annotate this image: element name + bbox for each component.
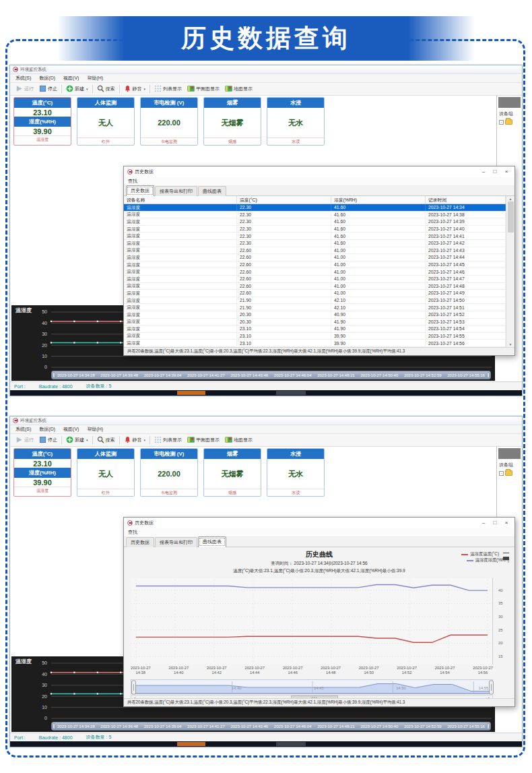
x-tick-label: 2023-10-2714:50 (359, 666, 379, 675)
sensor-card-2: 市电检测 (V)220.00市电监测 (140, 97, 198, 146)
chart-menu-icon[interactable] (503, 553, 509, 557)
maximize-button[interactable]: □ (490, 518, 500, 528)
table-row[interactable]: 温湿度23.1041.902023-10-27 14:54 (124, 326, 506, 333)
table-row[interactable]: 温湿度22.6041.002023-10-27 14:45 (124, 261, 506, 269)
scrollbar-handle-right[interactable] (487, 723, 490, 729)
table-vertical-scrollbar[interactable]: ▲ ▼ (506, 196, 514, 347)
tab-历史数据[interactable]: 历史数据 (126, 537, 154, 547)
scroll-up-icon[interactable]: ▲ (509, 197, 512, 201)
play-icon (15, 436, 23, 444)
table-row[interactable]: 温湿度22.3041.602023-10-27 14:39 (124, 218, 506, 226)
table-cell: 20.30 (237, 319, 331, 326)
toolbar-button-平面图显示[interactable]: 平面图显示 (185, 436, 222, 444)
table-row[interactable]: 温湿度22.3041.602023-10-27 14:40 (124, 226, 506, 233)
chevron-down-icon[interactable]: ▾ (144, 87, 146, 91)
scroll-left-icon[interactable]: ◄ (131, 696, 137, 699)
device-tree-item[interactable]: - (497, 468, 522, 476)
table-row[interactable]: 温湿度22.6041.002023-10-27 14:49 (124, 290, 506, 297)
chevron-down-icon[interactable]: ▾ (86, 438, 88, 442)
trend-time-scrollbar[interactable]: 2023-10-27 14:34:282023-10-27 14:36:4820… (51, 722, 491, 731)
toolbar-button-停止[interactable]: 停止 (36, 436, 60, 444)
toolbar-button-新建[interactable]: 新建▾ (63, 85, 91, 93)
table-row[interactable]: 温湿度21.9042.102023-10-27 14:50 (124, 297, 506, 305)
maximize-button[interactable]: □ (490, 167, 500, 177)
menu-item-3[interactable]: 帮助(H) (87, 426, 103, 433)
toolbar-button-静音[interactable]: 静音▾ (121, 85, 149, 93)
table-row[interactable]: 温湿度23.1039.902023-10-27 14:56 (124, 340, 506, 347)
table-row[interactable]: 温湿度22.3041.602023-10-27 14:34 (124, 204, 506, 212)
toolbar-button-列表显示[interactable]: 列表显示 (152, 436, 185, 444)
table-row[interactable]: 温湿度21.9042.102023-10-27 14:51 (124, 304, 506, 311)
find-menu-item[interactable]: 查找 (128, 178, 137, 185)
table-row[interactable]: 温湿度22.6041.002023-10-27 14:44 (124, 254, 506, 261)
menu-item-0[interactable]: 系统(S) (15, 426, 31, 433)
close-button[interactable]: × (502, 167, 511, 177)
close-button[interactable]: × (502, 518, 511, 528)
table-cell: 温湿度 (124, 254, 237, 261)
chevron-down-icon[interactable]: ▾ (144, 438, 146, 442)
toolbar-label: 搜索 (106, 86, 115, 92)
tab-历史数据[interactable]: 历史数据 (126, 185, 154, 196)
app-logo-icon (13, 418, 18, 423)
menu-item-1[interactable]: 数据(D) (39, 426, 55, 433)
toolbar-label: 停止 (48, 437, 57, 443)
page-banner: 历史数据查询 (57, 16, 475, 61)
toolbar-button-停止[interactable]: 停止 (36, 85, 60, 93)
hscroll-thumb[interactable] (291, 695, 338, 698)
table-row[interactable]: 温湿度23.1039.902023-10-27 14:55 (124, 333, 506, 340)
find-menu-item[interactable]: 查找 (128, 529, 137, 536)
minimize-button[interactable]: – (479, 518, 488, 528)
toolbar-button-新建[interactable]: 新建▾ (63, 436, 91, 444)
table-row[interactable]: 温湿度22.6041.002023-10-27 14:48 (124, 283, 506, 290)
tab-报表导出和打印[interactable]: 报表导出和打印 (155, 537, 197, 547)
table-row[interactable]: 温湿度22.6041.002023-10-27 14:46 (124, 268, 506, 276)
card-header: 烟雾 (204, 449, 261, 459)
toolbar-button-列表显示[interactable]: 列表显示 (152, 85, 185, 93)
scrollbar-thumb[interactable] (508, 202, 514, 233)
scrollbar-handle-right[interactable] (487, 372, 490, 378)
card-footer: 温湿度 (14, 135, 71, 143)
tab-曲线图表[interactable]: 曲线图表 (198, 536, 226, 547)
device-group-label: 设备组 (497, 459, 522, 468)
table-cell: 2023-10-27 14:45 (426, 261, 506, 268)
chart-navigator[interactable] (131, 679, 493, 694)
scroll-down-icon[interactable]: ▼ (509, 342, 512, 346)
toolbar-button-搜索[interactable]: 搜索 (94, 85, 118, 93)
chevron-down-icon[interactable]: ▾ (86, 87, 88, 91)
minimize-button[interactable]: – (479, 167, 488, 177)
status-bar: Port : Baudrate : 4800 设备数量 : 5 (10, 733, 522, 741)
menu-item-1[interactable]: 数据(D) (39, 75, 55, 82)
trend-time-scrollbar[interactable]: 2023-10-27 14:34:282023-10-27 14:36:4820… (51, 371, 491, 379)
tab-报表导出和打印[interactable]: 报表导出和打印 (155, 186, 197, 196)
toolbar-button-搜索[interactable]: 搜索 (94, 436, 118, 444)
table-row[interactable]: 温湿度22.6041.002023-10-27 14:43 (124, 247, 506, 255)
menu-item-3[interactable]: 帮助(H) (87, 75, 103, 82)
tree-expander-icon[interactable]: - (499, 471, 504, 476)
table-row[interactable]: 温湿度22.3041.602023-10-27 14:38 (124, 212, 506, 219)
legend-item: 温湿度温度(°C) (461, 551, 509, 557)
scroll-right-icon[interactable]: ► (486, 696, 492, 699)
tab-曲线图表[interactable]: 曲线图表 (198, 186, 226, 196)
table-cell: 温湿度 (124, 283, 237, 290)
plus-icon (66, 436, 73, 444)
toolbar-button-地图显示[interactable]: 地图显示 (222, 436, 255, 444)
toolbar-button-平面图显示[interactable]: 平面图显示 (185, 85, 222, 93)
x-tick-label: 2023-10-2714:38 (131, 666, 151, 675)
scrollbar-handle-left[interactable] (53, 723, 55, 729)
table-row[interactable]: 温湿度22.6041.002023-10-27 14:47 (124, 276, 506, 283)
menu-item-2[interactable]: 视图(V) (63, 426, 79, 433)
device-tree-item[interactable]: - (497, 117, 522, 125)
menu-item-0[interactable]: 系统(S) (15, 75, 31, 82)
scrollbar-handle-left[interactable] (53, 372, 55, 378)
table-row[interactable]: 温湿度20.3041.902023-10-27 14:53 (124, 319, 506, 326)
tree-expander-icon[interactable]: - (499, 120, 504, 125)
table-row[interactable]: 温湿度22.3041.602023-10-27 14:41 (124, 233, 506, 240)
toolbar-button-静音[interactable]: 静音▾ (121, 436, 149, 444)
menu-item-2[interactable]: 视图(V) (63, 75, 79, 82)
table-cell: 2023-10-27 14:43 (426, 247, 506, 254)
dialog-body-table: 设备名称温度(°C)湿度(%RH)记录时间温湿度22.3041.602023-1… (124, 196, 514, 347)
chart-horizontal-scrollbar[interactable]: ◄ ► (131, 695, 493, 698)
table-row[interactable]: 温湿度22.3041.602023-10-27 14:42 (124, 240, 506, 247)
table-row[interactable]: 温湿度20.3040.902023-10-27 14:52 (124, 311, 506, 319)
toolbar-button-地图显示[interactable]: 地图显示 (222, 85, 255, 93)
